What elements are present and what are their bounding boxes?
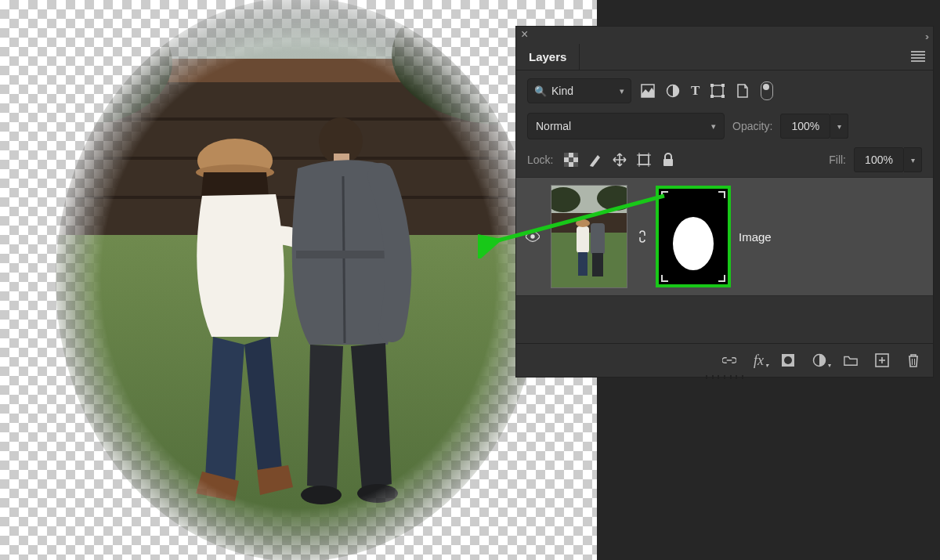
svg-rect-30 — [569, 157, 573, 162]
filter-toggle[interactable] — [761, 81, 773, 100]
lock-all-icon[interactable] — [661, 153, 675, 167]
svg-rect-46 — [591, 223, 605, 255]
adjustment-layer-icon[interactable]: ▾ — [812, 353, 826, 367]
svg-rect-29 — [573, 153, 578, 157]
svg-point-19 — [48, 0, 549, 560]
opacity-label: Opacity: — [732, 120, 772, 132]
lock-transparency-icon[interactable] — [564, 153, 578, 167]
svg-rect-32 — [573, 162, 578, 167]
chevron-down-icon: ▾ — [620, 86, 624, 96]
svg-point-53 — [784, 356, 792, 364]
svg-rect-31 — [564, 162, 569, 167]
close-icon[interactable]: × — [521, 29, 532, 40]
layer-name[interactable]: Image — [739, 230, 772, 244]
layer-effects-icon[interactable]: fx▾ — [754, 352, 764, 369]
panel-resize-grip[interactable] — [706, 375, 743, 379]
panel-footer: fx▾ ▾ — [516, 343, 933, 377]
layer-mask-thumbnail[interactable] — [656, 186, 731, 287]
blend-opacity-row: Normal ▾ Opacity: 100% ▾ — [527, 113, 922, 139]
svg-rect-28 — [564, 153, 569, 157]
tab-layers[interactable]: Layers — [516, 44, 580, 70]
svg-rect-23 — [710, 84, 714, 87]
blend-mode-value: Normal — [536, 120, 571, 132]
opacity-input[interactable]: 100% — [780, 114, 830, 139]
trash-icon[interactable] — [906, 353, 920, 367]
layer-row[interactable]: Image — [516, 177, 933, 296]
filter-kind-label: Kind — [551, 85, 573, 97]
svg-rect-22 — [712, 85, 723, 96]
collapse-icon[interactable]: ›› — [925, 31, 927, 42]
svg-rect-38 — [663, 159, 673, 166]
opacity-stepper[interactable]: ▾ — [830, 114, 848, 139]
panel-tabs: Layers — [516, 44, 933, 70]
eye-icon — [526, 229, 540, 244]
svg-point-51 — [673, 217, 714, 270]
fill-stepper[interactable]: ▾ — [904, 147, 922, 172]
svg-rect-25 — [710, 95, 714, 98]
svg-point-49 — [576, 219, 590, 227]
visibility-toggle[interactable] — [526, 229, 543, 244]
layer-list: Image — [516, 177, 933, 296]
layers-panel: × ›› Layers 🔍 Kind ▾ T — [515, 26, 934, 378]
new-layer-icon[interactable] — [875, 353, 889, 367]
lock-artboard-icon[interactable] — [637, 153, 651, 167]
svg-rect-26 — [721, 95, 725, 98]
lock-label: Lock: — [527, 154, 553, 166]
filter-adjustment-icon[interactable] — [666, 84, 680, 98]
canvas-image — [0, 0, 597, 560]
svg-rect-47 — [578, 252, 588, 276]
filter-smartobject-icon[interactable] — [736, 84, 750, 98]
filter-shape-icon[interactable] — [710, 84, 725, 98]
new-group-icon[interactable] — [844, 353, 858, 367]
lock-fill-row: Lock: Fill: 100% ▾ — [527, 147, 922, 172]
mask-link-icon[interactable] — [635, 229, 648, 244]
filter-pixel-icon[interactable] — [641, 84, 655, 98]
document-canvas[interactable] — [0, 0, 597, 560]
blend-mode-select[interactable]: Normal ▾ — [527, 113, 725, 139]
fill-input[interactable]: 100% — [854, 147, 904, 172]
search-icon: 🔍 — [534, 85, 547, 97]
lock-pixels-icon[interactable] — [588, 153, 602, 167]
panel-menu-icon[interactable] — [911, 51, 925, 62]
svg-rect-24 — [721, 84, 725, 87]
lock-position-icon[interactable] — [613, 153, 627, 167]
svg-rect-45 — [577, 226, 589, 253]
panel-titlebar[interactable]: × ›› — [516, 27, 933, 44]
fill-label: Fill: — [829, 154, 846, 166]
link-layers-icon[interactable] — [722, 353, 736, 367]
add-mask-icon[interactable] — [781, 353, 795, 367]
svg-point-39 — [530, 234, 534, 238]
layer-filter-row: 🔍 Kind ▾ T — [527, 78, 922, 103]
layer-thumbnail[interactable] — [551, 185, 627, 288]
filter-type-icon[interactable]: T — [691, 83, 700, 99]
chevron-down-icon: ▾ — [711, 121, 716, 132]
svg-rect-33 — [639, 155, 649, 164]
svg-rect-48 — [592, 253, 603, 276]
filter-kind-select[interactable]: 🔍 Kind ▾ — [527, 78, 631, 103]
